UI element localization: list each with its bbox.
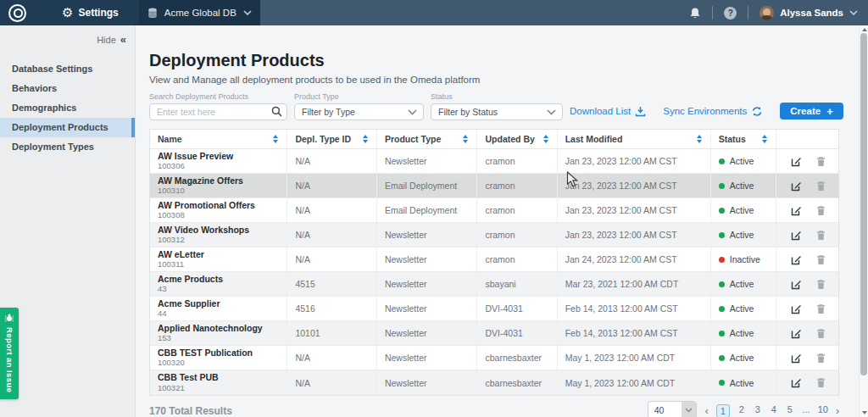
edit-button[interactable] <box>791 279 802 290</box>
status-cell: Active <box>711 149 776 173</box>
avatar <box>760 6 774 20</box>
status-cell: Active <box>711 346 776 370</box>
table-row[interactable]: Applied Nanotechnology 153 10101 Newslet… <box>150 321 838 346</box>
column-header[interactable]: Last Modified <box>558 130 711 148</box>
scroll-up-arrow-icon[interactable] <box>862 28 867 31</box>
delete-button[interactable] <box>816 254 826 265</box>
database-icon <box>147 8 158 19</box>
status-dot-icon <box>719 331 725 336</box>
sidebar-item[interactable]: Behaviors <box>0 79 135 98</box>
table-row[interactable]: AW Magazine Offers 100310 N/A Email Depl… <box>150 174 838 198</box>
edit-button[interactable] <box>791 156 802 167</box>
table-row[interactable]: CBB TEST Publication 100320 N/A Newslett… <box>150 346 838 370</box>
table-row[interactable]: AW Promotional Offers 100308 N/A Email D… <box>150 198 838 223</box>
edit-button[interactable] <box>791 230 802 241</box>
product-type-select[interactable]: Filter by Type <box>294 103 424 120</box>
product-id: 100311 <box>158 259 184 269</box>
updated-by-cell: cramon <box>477 198 557 222</box>
scroll-down-arrow-icon[interactable] <box>862 411 867 414</box>
sidebar-item[interactable]: Database Settings <box>0 59 135 79</box>
product-id: 100308 <box>158 210 185 220</box>
page-number[interactable]: 3 <box>754 404 762 417</box>
sidebar-item-label: Deployment Products <box>12 122 108 132</box>
page-number[interactable]: 1 <box>716 404 730 417</box>
vertical-scrollbar[interactable] <box>859 25 868 417</box>
edit-button[interactable] <box>791 303 802 314</box>
status-select[interactable]: Filter by Status <box>431 103 563 120</box>
delete-button[interactable] <box>816 279 826 290</box>
edit-button[interactable] <box>791 254 802 265</box>
column-header[interactable]: Depl. Type ID <box>287 130 377 148</box>
last-modified-cell: May 1, 2023 12:00 AM CDT <box>558 370 711 395</box>
database-selector[interactable]: Acme Global DB <box>139 0 260 25</box>
depl-type-id-cell: N/A <box>287 370 377 395</box>
sidebar-item[interactable]: Demographics <box>0 98 135 118</box>
main-content: Deployment Products View and Manage all … <box>136 25 868 417</box>
page-number[interactable]: 4 <box>770 404 778 417</box>
edit-button[interactable] <box>791 377 802 388</box>
last-modified-cell: Feb 14, 2013 12:00 AM CST <box>558 297 711 320</box>
search-input[interactable] <box>149 103 287 120</box>
edit-button[interactable] <box>791 328 802 339</box>
table-row[interactable]: AW Video Workshops 100312 N/A Newsletter… <box>150 223 838 247</box>
settings-menu[interactable]: ⚙ Settings <box>62 7 119 19</box>
edit-button[interactable] <box>791 205 802 216</box>
delete-button[interactable] <box>816 328 826 339</box>
sort-icon[interactable] <box>697 135 702 143</box>
notifications-bell-icon[interactable] <box>689 7 701 19</box>
page-subtitle: View and Manage all deployment products … <box>149 75 839 85</box>
table-row[interactable]: Acme Supplier 44 4516 Newsletter DVI-403… <box>150 297 838 321</box>
delete-button[interactable] <box>816 230 826 241</box>
omeda-logo-icon[interactable] <box>8 4 26 22</box>
last-modified-cell: Jan 23, 2023 12:00 AM CST <box>558 149 711 173</box>
edit-button[interactable] <box>791 181 802 192</box>
report-an-issue-button[interactable]: Report an Issue <box>0 308 19 399</box>
scrollbar-thumb[interactable] <box>860 33 867 375</box>
delete-button[interactable] <box>816 181 826 192</box>
sort-icon[interactable] <box>543 135 548 143</box>
table-row[interactable]: CBB Test PUB 100321 N/A Newsletter cbarn… <box>150 370 838 395</box>
page-number[interactable]: 5 <box>786 404 794 417</box>
delete-button[interactable] <box>816 377 826 388</box>
delete-button[interactable] <box>816 205 826 216</box>
edit-button[interactable] <box>791 353 802 364</box>
sidebar-item[interactable]: Deployment Types <box>0 137 135 157</box>
table-row[interactable]: AW eLetter 100311 N/A Newsletter cramon … <box>150 247 838 272</box>
next-page-button[interactable]: › <box>836 405 839 417</box>
hide-sidebar-button[interactable]: Hide « <box>0 25 135 46</box>
create-button[interactable]: Create + <box>780 103 843 120</box>
column-header-label: Name <box>158 134 182 144</box>
sort-icon[interactable] <box>463 135 468 143</box>
download-list-button[interactable]: Download List <box>570 106 646 117</box>
name-cell: Acme Products 43 <box>150 272 287 296</box>
column-header[interactable]: Updated By <box>477 130 557 148</box>
sort-icon[interactable] <box>273 135 278 143</box>
sort-icon[interactable] <box>762 135 767 143</box>
depl-type-id-cell: N/A <box>287 223 377 247</box>
page-number[interactable]: ... <box>802 404 810 417</box>
top-bar-left: ⚙ Settings Acme Global DB <box>0 0 259 25</box>
filter-row: Search Deployment Products Product Type … <box>149 92 839 120</box>
table-row[interactable]: Acme Products 43 4515 Newsletter sbayani… <box>150 272 838 297</box>
user-menu[interactable]: Alyssa Sands <box>760 6 858 20</box>
page-number[interactable]: 2 <box>737 404 746 417</box>
table-row[interactable]: AW Issue Preview 100306 N/A Newsletter c… <box>150 149 838 174</box>
column-header[interactable]: Name <box>150 130 287 148</box>
sort-icon[interactable] <box>363 135 368 143</box>
product-type-cell: Newsletter <box>377 272 478 296</box>
column-header[interactable]: Product Type <box>377 130 478 148</box>
search-icon <box>271 106 282 117</box>
status-label: Active <box>730 279 754 289</box>
help-icon[interactable]: ? <box>724 7 737 19</box>
column-header[interactable]: Status <box>711 130 776 148</box>
delete-button[interactable] <box>816 353 826 364</box>
name-cell: AW eLetter 100311 <box>150 247 287 271</box>
delete-button[interactable] <box>816 156 826 167</box>
page-size-select[interactable]: 40 <box>648 401 697 417</box>
depl-type-id-cell: 4516 <box>287 297 377 320</box>
delete-button[interactable] <box>816 303 826 314</box>
sync-environments-button[interactable]: Sync Environments <box>663 106 763 117</box>
sidebar-item[interactable]: Deployment Products <box>0 118 135 137</box>
page-number[interactable]: 10 <box>818 404 828 417</box>
prev-page-button[interactable]: ‹ <box>705 405 709 417</box>
